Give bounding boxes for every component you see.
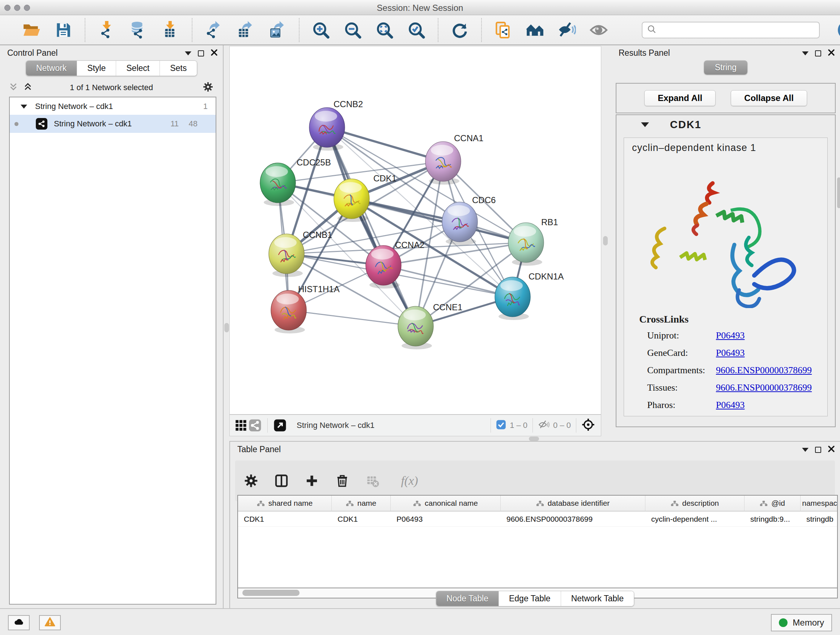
panel-menu-icon[interactable] <box>185 51 191 55</box>
network-edge[interactable] <box>289 310 416 326</box>
left-splitter-handle[interactable] <box>224 323 229 333</box>
network-view-canvas[interactable]: CCNB2CCNA1CDC25BCDK1CDC6RB1CCNB1CCNA2CDK… <box>229 46 601 415</box>
tab-select[interactable]: Select <box>116 61 160 76</box>
crosslink-link[interactable]: P06493 <box>716 400 745 410</box>
network-node-CCNB1[interactable]: CCNB1 <box>269 230 332 277</box>
crosslink-link[interactable]: 9606.ENSP00000378699 <box>716 382 812 393</box>
collapse-protein-icon[interactable] <box>641 122 649 127</box>
export-network-button[interactable] <box>204 20 224 40</box>
add-column-button[interactable] <box>304 473 320 489</box>
refresh-icon <box>451 21 469 39</box>
hidden-eye-icon[interactable] <box>538 419 549 432</box>
apply-layout-button[interactable] <box>450 20 470 40</box>
table-panel-title: Table Panel <box>237 445 281 454</box>
results-scrollbar[interactable] <box>837 177 840 208</box>
collection-expand-icon[interactable] <box>21 105 27 109</box>
column-header-name[interactable]: name <box>332 496 391 511</box>
panel-menu-icon[interactable] <box>802 51 808 55</box>
network-node-RB1[interactable]: RB1 <box>508 217 558 266</box>
import-table-from-file-button[interactable] <box>161 20 180 40</box>
import-network-from-database-button[interactable] <box>129 20 148 40</box>
tab-node-table[interactable]: Node Table <box>436 591 499 606</box>
crosslink-link[interactable]: 9606.ENSP00000378699 <box>716 365 812 376</box>
table-row[interactable]: CDK1CDK1P064939606.ENSP00000378699cyclin… <box>238 511 837 527</box>
zoom-selected-button[interactable] <box>407 20 426 40</box>
show-columns-button[interactable] <box>273 473 289 489</box>
network-edge[interactable] <box>327 127 443 162</box>
tab-network[interactable]: Network <box>26 61 77 76</box>
memory-button[interactable]: Memory <box>771 614 832 631</box>
network-node-CCNB2[interactable]: CCNB2 <box>309 99 363 150</box>
help-button[interactable]: ? <box>838 21 840 39</box>
save-session-button[interactable] <box>54 20 73 40</box>
network-node-CDC25B[interactable]: CDC25B <box>260 157 331 206</box>
toolbar-group <box>481 18 620 42</box>
float-panel-icon[interactable] <box>815 447 821 453</box>
zoom-out-button[interactable] <box>343 20 363 40</box>
warnings-button[interactable] <box>39 615 61 630</box>
crosshair-icon[interactable] <box>581 418 595 433</box>
column-header-databaseidentifier[interactable]: database identifier <box>501 496 645 511</box>
collapse-all-button[interactable]: Collapse All <box>731 90 807 106</box>
zoom-fit-button[interactable] <box>375 20 394 40</box>
delete-table-button[interactable] <box>365 473 381 489</box>
tab-network-table[interactable]: Network Table <box>561 591 634 606</box>
close-panel-icon[interactable] <box>828 445 835 454</box>
network-edge[interactable] <box>352 199 526 242</box>
first-neighbors-button[interactable] <box>525 20 545 40</box>
column-header-id[interactable]: @id <box>745 496 801 511</box>
search-input[interactable] <box>657 25 809 35</box>
network-node-CCNA1[interactable]: CCNA1 <box>425 133 483 185</box>
float-panel-icon[interactable] <box>815 50 821 57</box>
close-panel-icon[interactable] <box>210 49 218 57</box>
collection-label: String Network – cdk1 <box>35 102 113 111</box>
cytoscape-window: Session: New Session ? Control Panel Net… <box>0 0 840 635</box>
tab-sets[interactable]: Sets <box>160 61 197 76</box>
column-header-namespace[interactable]: namespace <box>801 496 838 511</box>
duplicate-network-button[interactable] <box>493 20 513 40</box>
crosslink-row: GeneCard:P06493 <box>647 348 827 358</box>
cloud-status-button[interactable] <box>8 615 30 630</box>
table-settings-button[interactable] <box>243 473 259 489</box>
right-splitter-handle[interactable] <box>603 236 608 245</box>
hide-selected-button[interactable] <box>557 20 576 40</box>
search-box[interactable] <box>642 22 820 38</box>
expand-all-button[interactable]: Expand All <box>644 90 715 106</box>
tab-style[interactable]: Style <box>77 61 116 76</box>
close-panel-icon[interactable] <box>828 49 835 57</box>
tab-edge-table[interactable]: Edge Table <box>499 591 561 606</box>
network-edge[interactable] <box>327 127 416 326</box>
show-all-button[interactable] <box>589 20 608 40</box>
node-table[interactable]: shared namenamecanonical namedatabase id… <box>237 495 838 588</box>
zoom-in-button[interactable] <box>311 20 331 40</box>
export-table-button[interactable] <box>236 20 256 40</box>
table-cell: CDK1 <box>332 511 391 526</box>
network-options-gear-icon[interactable] <box>202 81 213 94</box>
panel-menu-icon[interactable] <box>802 448 808 452</box>
selected-checkbox-icon[interactable] <box>496 420 506 431</box>
network-row-selected[interactable]: String Network – cdk1 11 48 <box>10 115 216 133</box>
network-node-CDKN1A[interactable]: CDKN1A <box>495 272 564 320</box>
network-share-icon[interactable] <box>248 418 262 432</box>
tab-string[interactable]: String <box>704 60 747 74</box>
network-node-CCNE1[interactable]: CCNE1 <box>398 302 462 349</box>
open-session-button[interactable] <box>22 20 41 40</box>
export-table-icon <box>237 21 255 39</box>
column-header-sharedname[interactable]: shared name <box>238 496 332 511</box>
crosslink-link[interactable]: P06493 <box>716 330 745 341</box>
column-header-canonicalname[interactable]: canonical name <box>391 496 501 511</box>
crosslink-link[interactable]: P06493 <box>716 348 745 358</box>
float-panel-icon[interactable] <box>198 50 204 57</box>
function-builder-button[interactable]: f(x) <box>395 473 424 489</box>
birdseye-grid-icon[interactable] <box>234 418 248 432</box>
network-node-HIST1H1A[interactable]: HIST1H1A <box>271 284 340 333</box>
bottom-splitter-handle[interactable] <box>529 437 539 441</box>
network-collection-row[interactable]: String Network – cdk1 1 <box>10 98 216 115</box>
import-network-from-file-button[interactable] <box>97 20 117 40</box>
export-image-button[interactable] <box>268 20 287 40</box>
import-table-icon <box>161 21 180 39</box>
column-header-description[interactable]: description <box>645 496 745 511</box>
folder-open-icon <box>22 21 41 39</box>
delete-column-button[interactable] <box>334 473 350 489</box>
open-view-icon[interactable] <box>273 418 287 432</box>
